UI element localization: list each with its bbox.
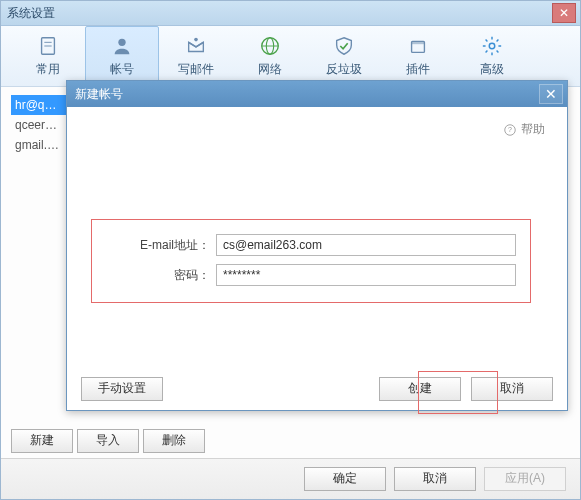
account-list-buttons: 新建 导入 删除 xyxy=(11,429,205,453)
password-label: 密码： xyxy=(106,267,216,284)
dialog-title: 新建帐号 xyxy=(75,86,123,103)
settings-title: 系统设置 xyxy=(7,5,55,22)
svg-point-4 xyxy=(194,37,198,41)
tab-label: 高级 xyxy=(480,61,504,78)
gear-icon xyxy=(481,35,503,57)
help-icon: ? xyxy=(503,123,517,137)
ok-button[interactable]: 确定 xyxy=(304,467,386,491)
dialog-close-button[interactable]: ✕ xyxy=(539,84,563,104)
tab-label: 插件 xyxy=(406,61,430,78)
import-account-button[interactable]: 导入 xyxy=(77,429,139,453)
tab-plugin[interactable]: 插件 xyxy=(381,26,455,86)
help-link[interactable]: ? 帮助 xyxy=(503,121,545,138)
page-icon xyxy=(37,35,59,57)
password-row: 密码： xyxy=(106,264,516,286)
svg-rect-9 xyxy=(412,41,425,44)
email-input[interactable] xyxy=(216,234,516,256)
email-row: E-mail地址： xyxy=(106,234,516,256)
globe-icon xyxy=(259,35,281,57)
box-icon xyxy=(407,35,429,57)
settings-titlebar: 系统设置 ✕ xyxy=(1,1,580,26)
tab-account[interactable]: 帐号 xyxy=(85,26,159,86)
tab-compose[interactable]: 写邮件 xyxy=(159,26,233,86)
cancel-button[interactable]: 取消 xyxy=(394,467,476,491)
dialog-titlebar: 新建帐号 ✕ xyxy=(67,81,567,107)
settings-toolbar: 常用 帐号 写邮件 网络 反垃圾 xyxy=(1,26,580,87)
dialog-cancel-button[interactable]: 取消 xyxy=(471,377,553,401)
email-label: E-mail地址： xyxy=(106,237,216,254)
svg-point-3 xyxy=(118,38,125,45)
dialog-footer: 手动设置 创建 取消 xyxy=(67,368,567,410)
settings-footer: 确定 取消 应用(A) xyxy=(1,458,580,499)
tab-label: 常用 xyxy=(36,61,60,78)
new-account-button[interactable]: 新建 xyxy=(11,429,73,453)
form-highlight-box: E-mail地址： 密码： xyxy=(91,219,531,303)
user-icon xyxy=(111,35,133,57)
tab-label: 帐号 xyxy=(110,61,134,78)
help-label: 帮助 xyxy=(521,121,545,138)
tab-antispam[interactable]: 反垃圾 xyxy=(307,26,381,86)
dialog-body: ? 帮助 E-mail地址： 密码： xyxy=(67,107,567,368)
tab-advanced[interactable]: 高级 xyxy=(455,26,529,86)
compose-icon xyxy=(185,35,207,57)
tab-common[interactable]: 常用 xyxy=(11,26,85,86)
new-account-dialog: 新建帐号 ✕ ? 帮助 E-mail地址： 密码： 手动设置 创建 取消 xyxy=(66,80,568,411)
shield-icon xyxy=(333,35,355,57)
create-button[interactable]: 创建 xyxy=(379,377,461,401)
manual-settings-button[interactable]: 手动设置 xyxy=(81,377,163,401)
svg-text:?: ? xyxy=(508,126,512,133)
delete-account-button[interactable]: 删除 xyxy=(143,429,205,453)
tab-label: 反垃圾 xyxy=(326,61,362,78)
settings-close-button[interactable]: ✕ xyxy=(552,3,576,23)
password-input[interactable] xyxy=(216,264,516,286)
svg-point-10 xyxy=(489,43,495,49)
apply-button: 应用(A) xyxy=(484,467,566,491)
tab-label: 网络 xyxy=(258,61,282,78)
tab-network[interactable]: 网络 xyxy=(233,26,307,86)
tab-label: 写邮件 xyxy=(178,61,214,78)
